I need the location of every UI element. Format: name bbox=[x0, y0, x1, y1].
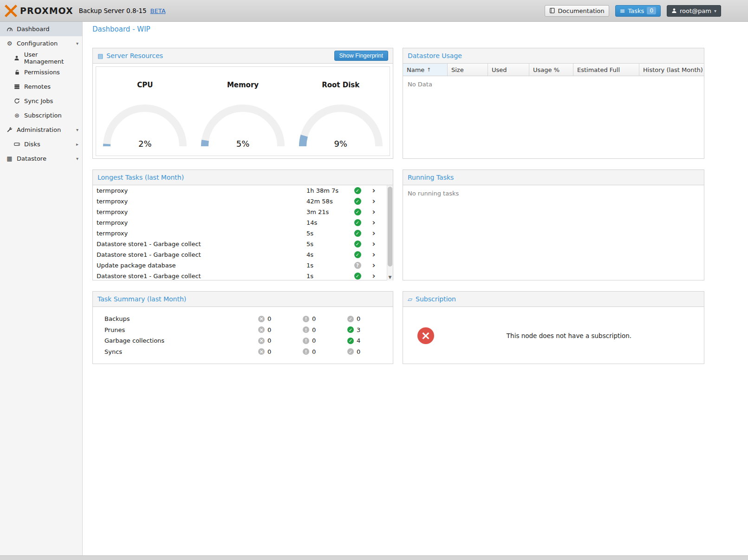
task-row[interactable]: termproxy 5s › bbox=[93, 228, 393, 239]
datastore-usage-title: Datastore Usage bbox=[408, 52, 462, 59]
sidebar-item-subscription[interactable]: ⊛ Subscription bbox=[0, 108, 82, 123]
task-row[interactable]: Datastore store1 - Garbage collect 4s › bbox=[93, 249, 393, 260]
sidebar-item-label: Dashboard bbox=[17, 26, 50, 33]
brand-wordmark: PROXMOX bbox=[20, 6, 73, 16]
beta-link[interactable]: BETA bbox=[150, 7, 166, 14]
user-menu-button[interactable]: root@pam ▾ bbox=[667, 5, 721, 17]
proxmox-logo: PROXMOX bbox=[5, 5, 73, 17]
summary-row: Backups 0 0 0 bbox=[93, 313, 393, 325]
task-row[interactable]: termproxy 42m 58s › bbox=[93, 196, 393, 207]
column-header-history[interactable]: History (last Month) bbox=[639, 64, 704, 76]
column-header-usage-pct[interactable]: Usage % bbox=[529, 64, 573, 76]
task-status-icon bbox=[354, 208, 361, 215]
chevron-down-icon[interactable]: ▾ bbox=[76, 156, 78, 161]
chevron-down-icon[interactable]: ▾ bbox=[76, 41, 78, 46]
sidebar-item-label: Disks bbox=[24, 141, 40, 148]
chevron-right-icon[interactable]: › bbox=[364, 272, 383, 280]
chevron-right-icon[interactable]: ▸ bbox=[76, 142, 78, 147]
documentation-label: Documentation bbox=[558, 7, 605, 14]
subscription-title: Subscription bbox=[416, 295, 456, 303]
warning-circle-icon bbox=[303, 338, 309, 344]
chevron-right-icon[interactable]: › bbox=[364, 219, 383, 227]
sidebar-item-label: Remotes bbox=[24, 83, 51, 90]
gear-icon: ⚙ bbox=[6, 40, 13, 47]
sidebar-item-sync-jobs[interactable]: Sync Jobs bbox=[0, 94, 82, 108]
sidebar-item-dashboard[interactable]: Dashboard bbox=[0, 22, 82, 36]
tasks-count-badge: 0 bbox=[647, 7, 656, 14]
task-row[interactable]: termproxy 3m 21s › bbox=[93, 207, 393, 217]
sidebar-item-user-management[interactable]: User Management bbox=[0, 51, 82, 65]
scroll-down-icon[interactable]: ▼ bbox=[387, 274, 393, 280]
server-resources-panel: ▤ Server Resources Show Fingerprint CPU bbox=[92, 48, 393, 159]
gauge-value: 2% bbox=[101, 139, 189, 149]
chevron-right-icon[interactable]: › bbox=[364, 197, 383, 205]
column-header-used[interactable]: Used bbox=[488, 64, 529, 76]
ok-circle-icon bbox=[347, 316, 354, 322]
running-tasks-panel: Running Tasks No running tasks bbox=[403, 169, 704, 280]
show-fingerprint-button[interactable]: Show Fingerprint bbox=[334, 51, 389, 61]
scrollbar-thumb[interactable] bbox=[388, 187, 392, 267]
no-subscription-icon: × bbox=[417, 327, 434, 344]
summary-row: Syncs 0 0 0 bbox=[93, 346, 393, 358]
column-header-name[interactable]: Name ↑ bbox=[403, 64, 448, 76]
longest-tasks-list: termproxy 1h 38m 7s › termproxy 42m 58s … bbox=[93, 185, 393, 280]
sidebar-item-label: Sync Jobs bbox=[24, 98, 53, 104]
proxmox-x-icon bbox=[5, 5, 17, 17]
task-summary-title: Task Summary (last Month) bbox=[98, 295, 186, 303]
task-row[interactable]: Update package database 1s › bbox=[93, 260, 393, 271]
documentation-button[interactable]: Documentation bbox=[545, 5, 609, 17]
sidebar-item-configuration[interactable]: ⚙ Configuration ▾ bbox=[0, 36, 82, 51]
task-status-icon bbox=[354, 187, 361, 194]
sidebar-item-administration[interactable]: Administration ▾ bbox=[0, 123, 82, 137]
chevron-right-icon[interactable]: › bbox=[364, 208, 383, 216]
task-row[interactable]: Datastore store1 - Garbage collect 5s › bbox=[93, 239, 393, 249]
task-row[interactable]: Datastore store1 - Garbage collect 1s › bbox=[93, 271, 393, 280]
chevron-down-icon: ▾ bbox=[714, 8, 716, 13]
chevron-right-icon[interactable]: › bbox=[364, 240, 383, 248]
gauge-label: Memory bbox=[227, 81, 259, 89]
lock-icon bbox=[13, 69, 21, 75]
task-status-icon bbox=[354, 230, 361, 237]
server-resources-title: Server Resources bbox=[106, 52, 163, 59]
tasks-button[interactable]: ≡ Tasks 0 bbox=[615, 5, 661, 17]
sidebar-item-remotes[interactable]: Remotes bbox=[0, 79, 82, 94]
chevron-right-icon[interactable]: › bbox=[364, 261, 383, 269]
dashboard-icon bbox=[6, 26, 13, 33]
warning-circle-icon bbox=[303, 348, 309, 355]
top-bar-actions: Documentation ≡ Tasks 0 root@pam ▾ bbox=[545, 5, 721, 17]
datastore-usage-table-header: Name ↑ Size Used Usage % Estimated Full … bbox=[403, 64, 704, 76]
sidebar: Dashboard ⚙ Configuration ▾ User Managem… bbox=[0, 22, 83, 560]
column-header-estimated-full[interactable]: Estimated Full bbox=[573, 64, 639, 76]
book-icon bbox=[549, 7, 555, 14]
task-row[interactable]: termproxy 1h 38m 7s › bbox=[93, 185, 393, 196]
sidebar-item-label: Administration bbox=[17, 126, 61, 133]
error-circle-icon bbox=[258, 338, 265, 344]
chevron-down-icon[interactable]: ▾ bbox=[76, 127, 78, 132]
sidebar-item-datastore[interactable]: ▦ Datastore ▾ bbox=[0, 151, 82, 166]
warning-circle-icon bbox=[303, 316, 309, 322]
sort-ascending-icon: ↑ bbox=[427, 67, 431, 73]
sidebar-item-disks[interactable]: Disks ▸ bbox=[0, 137, 82, 151]
summary-row: Prunes 0 0 3 bbox=[93, 325, 393, 336]
error-circle-icon bbox=[258, 316, 265, 322]
user-label: root@pam bbox=[680, 7, 711, 14]
chevron-right-icon[interactable]: › bbox=[364, 187, 383, 195]
gauge-label: CPU bbox=[137, 81, 153, 89]
task-status-icon bbox=[354, 273, 361, 280]
task-list-icon: ≡ bbox=[620, 7, 625, 14]
running-tasks-title: Running Tasks bbox=[408, 174, 454, 181]
user-icon bbox=[13, 55, 21, 61]
memory-gauge: Memory 5% bbox=[194, 67, 292, 156]
scrollbar[interactable]: ▼ bbox=[387, 185, 393, 280]
datastore-icon: ▦ bbox=[6, 155, 13, 162]
longest-tasks-panel: Longest Tasks (last Month) termproxy 1h … bbox=[92, 169, 393, 280]
chevron-right-icon[interactable]: › bbox=[364, 251, 383, 259]
sidebar-item-permissions[interactable]: Permissions bbox=[0, 65, 82, 79]
chevron-right-icon[interactable]: › bbox=[364, 229, 383, 237]
product-version-label: Backup Server 0.8-15 bbox=[79, 7, 147, 14]
task-row[interactable]: termproxy 14s › bbox=[93, 217, 393, 228]
error-circle-icon bbox=[258, 348, 265, 355]
task-status-icon bbox=[354, 219, 361, 226]
column-header-size[interactable]: Size bbox=[448, 64, 488, 76]
gauge-value: 5% bbox=[199, 139, 287, 149]
